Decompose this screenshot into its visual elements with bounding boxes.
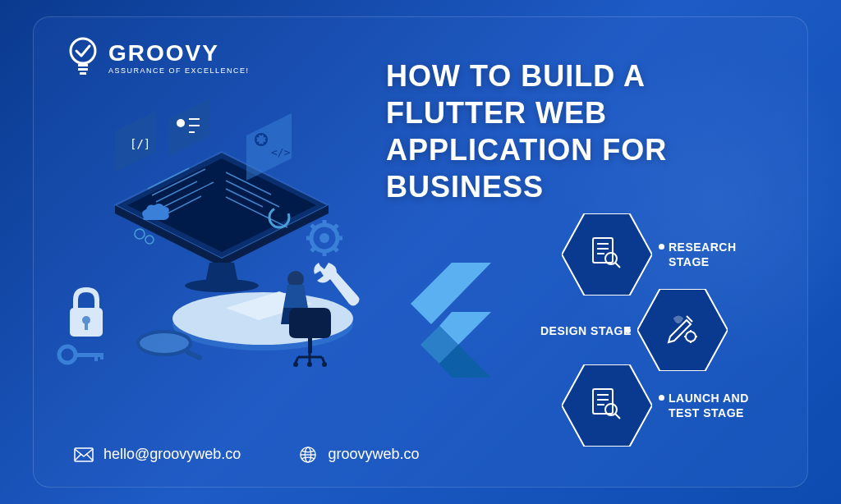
svg-rect-32 <box>74 353 103 357</box>
svg-point-14 <box>135 229 145 239</box>
svg-point-18 <box>177 119 185 127</box>
svg-rect-1 <box>78 64 88 66</box>
svg-point-15 <box>145 236 154 244</box>
hex-design: DESIGN STAGE <box>637 289 728 371</box>
logo-tagline: ASSURANCE OF EXCELLENCE! <box>108 66 250 75</box>
svg-rect-24 <box>308 338 312 353</box>
svg-rect-65 <box>75 448 93 461</box>
svg-rect-33 <box>94 353 98 361</box>
email-text: hello@groovyweb.co <box>103 446 241 463</box>
svg-line-46 <box>334 225 338 228</box>
hex-launch: LAUNCH AND TEST STAGE <box>562 364 652 447</box>
mail-icon <box>74 447 94 463</box>
svg-point-47 <box>319 233 329 243</box>
svg-rect-3 <box>80 72 86 75</box>
bulb-icon <box>66 37 100 78</box>
contact-row: hello@groovyweb.co groovyweb.co <box>74 446 419 463</box>
svg-rect-2 <box>78 68 88 71</box>
logo-text-group: GROOVY ASSURANCE OF EXCELLENCE! <box>108 40 250 75</box>
svg-line-44 <box>334 248 338 251</box>
svg-point-16 <box>185 279 259 292</box>
logo-name: GROOVY <box>108 40 250 66</box>
website-text: groovyweb.co <box>328 446 419 463</box>
svg-point-26 <box>307 362 312 367</box>
flutter-logo-icon <box>394 263 493 386</box>
svg-line-45 <box>311 248 315 251</box>
bullet-dot <box>659 244 664 250</box>
svg-text:[/]: [/] <box>130 137 150 150</box>
svg-rect-34 <box>100 353 103 360</box>
hex-research: RESEARCH STAGE <box>562 213 652 296</box>
svg-point-27 <box>322 362 327 367</box>
logo: GROOVY ASSURANCE OF EXCELLENCE! <box>66 37 250 78</box>
developer-illustration: [/] </> <box>49 99 370 378</box>
hex-label-design: DESIGN STAGE <box>540 323 632 338</box>
svg-text:</>: </> <box>271 146 291 158</box>
svg-line-43 <box>311 225 315 228</box>
svg-point-0 <box>71 39 95 63</box>
contact-email: hello@groovyweb.co <box>74 446 241 463</box>
contact-website: groovyweb.co <box>298 446 419 463</box>
hex-label-launch: LAUNCH AND TEST STAGE <box>669 391 767 420</box>
svg-rect-30 <box>85 322 88 330</box>
svg-point-31 <box>59 346 76 363</box>
stages-hexagons: RESEARCH STAGE DESIGN STAGE <box>529 213 792 476</box>
bullet-dot <box>659 395 664 401</box>
svg-point-25 <box>293 362 298 367</box>
hex-label-research: RESEARCH STAGE <box>669 240 751 269</box>
main-title: HOW TO BUILD A FLUTTER WEB APPLICATION F… <box>386 57 792 205</box>
svg-rect-37 <box>184 349 202 361</box>
globe-icon <box>298 447 318 463</box>
